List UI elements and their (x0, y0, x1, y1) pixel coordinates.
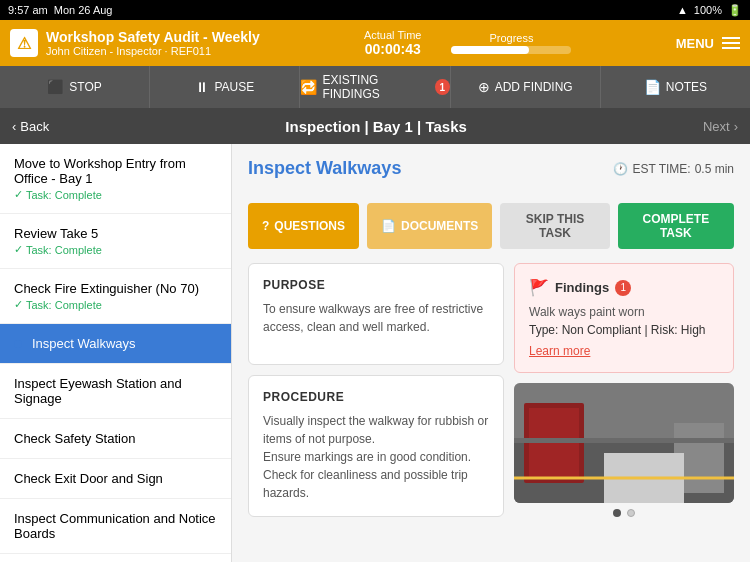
battery-display: 100% (694, 4, 722, 16)
sidebar-item-inspect-comms[interactable]: Inspect Communication and Notice Boards (0, 499, 231, 554)
actual-time-stat: Actual Time 00:00:43 (364, 29, 421, 57)
progress-label: Progress (489, 32, 533, 44)
finding-image-svg (514, 383, 734, 503)
sidebar-item-review-take5[interactable]: Review Take 5 ✓ Task: Complete (0, 214, 231, 269)
back-chevron: ‹ (12, 119, 16, 134)
nav-bar: ‹ Back Inspection | Bay 1 | Tasks Next › (0, 108, 750, 144)
status-bar: 9:57 am Mon 26 Aug ▲ 100% 🔋 (0, 0, 750, 20)
pause-icon: ⏸ (195, 79, 209, 95)
finding-description: Walk ways paint worn (529, 305, 719, 319)
task-title: Inspect Walkways (248, 158, 401, 179)
app-header: ⚠ Workshop Safety Audit - Weekly John Ci… (0, 20, 750, 66)
warning-icon: ⚠ (10, 29, 38, 57)
active-dot-icon (14, 340, 22, 348)
purpose-title: PURPOSE (263, 278, 489, 292)
findings-badge: 1 (435, 79, 450, 95)
progress-bar-fill (451, 46, 529, 54)
check-icon-0: ✓ (14, 188, 23, 201)
sidebar-item-move-workshop[interactable]: Move to Workshop Entry from Office - Bay… (0, 144, 231, 214)
actual-time-label: Actual Time (364, 29, 421, 41)
documents-button[interactable]: 📄 DOCUMENTS (367, 203, 492, 249)
sidebar: Move to Workshop Entry from Office - Bay… (0, 144, 232, 562)
notes-icon: 📄 (644, 79, 661, 95)
progress-bar-container (451, 46, 571, 54)
purpose-text: To ensure walkways are free of restricti… (263, 300, 489, 336)
sidebar-item-check-extinguisher[interactable]: Check Fire Extinguisher (No 70) ✓ Task: … (0, 269, 231, 324)
task-status-1: ✓ Task: Complete (14, 243, 217, 256)
time-display: 9:57 am (8, 4, 48, 16)
existing-findings-button[interactable]: 🔁 EXISTING FINDINGS 1 (300, 66, 450, 108)
findings-card: 🚩 Findings 1 Walk ways paint worn Type: … (514, 263, 734, 373)
add-finding-button[interactable]: ⊕ ADD FINDING (451, 66, 601, 108)
dot-1[interactable] (613, 509, 621, 517)
action-buttons: ? QUESTIONS 📄 DOCUMENTS SKIP THIS TASK C… (248, 203, 734, 249)
battery-icon: 🔋 (728, 4, 742, 17)
menu-label: MENU (676, 36, 714, 51)
findings-count-badge: 1 (615, 280, 631, 296)
user-info: John Citizen - Inspector · REF011 (46, 45, 260, 57)
notes-button[interactable]: 📄 NOTES (601, 66, 750, 108)
cards-row: PURPOSE To ensure walkways are free of r… (248, 263, 734, 517)
finding-type: Type: Non Compliant | Risk: High (529, 323, 719, 337)
skip-task-button[interactable]: SKIP THIS TASK (500, 203, 609, 249)
next-button[interactable]: Next › (703, 119, 738, 134)
app-name: Workshop Safety Audit - Weekly (46, 29, 260, 45)
content-area: Inspect Walkways 🕐 EST TIME: 0.5 min ? Q… (232, 144, 750, 562)
progress-stat: Progress (451, 32, 571, 54)
check-icon-2: ✓ (14, 298, 23, 311)
findings-flag-icon: 🚩 (529, 278, 549, 297)
sidebar-item-check-exit[interactable]: Check Exit Door and Sign (0, 459, 231, 499)
questions-icon: ? (262, 219, 269, 233)
task-status-2: ✓ Task: Complete (14, 298, 217, 311)
toolbar: ⬛ STOP ⏸ PAUSE 🔁 EXISTING FINDINGS 1 ⊕ A… (0, 66, 750, 108)
sidebar-item-inspect-walkways[interactable]: Inspect Walkways (0, 324, 231, 364)
info-cards: PURPOSE To ensure walkways are free of r… (248, 263, 504, 517)
procedure-title: PROCEDURE (263, 390, 489, 404)
menu-button[interactable]: MENU (676, 36, 740, 51)
questions-button[interactable]: ? QUESTIONS (248, 203, 359, 249)
right-panel: 🚩 Findings 1 Walk ways paint worn Type: … (514, 263, 734, 517)
stop-icon: ⬛ (47, 79, 64, 95)
add-icon: ⊕ (478, 79, 490, 95)
learn-more-link[interactable]: Learn more (529, 344, 590, 358)
findings-title: Findings (555, 280, 609, 295)
findings-icon: 🔁 (300, 79, 317, 95)
dot-2[interactable] (627, 509, 635, 517)
clock-icon: 🕐 (613, 162, 628, 176)
back-button[interactable]: ‹ Back (12, 119, 49, 134)
wifi-icon: ▲ (677, 4, 688, 16)
sidebar-item-check-safety[interactable]: Check Safety Station (0, 419, 231, 459)
task-status-0: ✓ Task: Complete (14, 188, 217, 201)
sidebar-item-inspect-eyewash[interactable]: Inspect Eyewash Station and Signage (0, 364, 231, 419)
procedure-text: Visually inspect the walkway for rubbish… (263, 412, 489, 502)
check-icon-1: ✓ (14, 243, 23, 256)
date-display: Mon 26 Aug (54, 4, 113, 16)
est-time-label: EST TIME: (632, 162, 690, 176)
page-title: Inspection | Bay 1 | Tasks (285, 118, 467, 135)
main-layout: Move to Workshop Entry from Office - Bay… (0, 144, 750, 562)
svg-rect-7 (514, 438, 734, 443)
hamburger-icon (722, 37, 740, 49)
purpose-card: PURPOSE To ensure walkways are free of r… (248, 263, 504, 365)
actual-time-value: 00:00:43 (365, 41, 421, 57)
next-chevron: › (734, 119, 738, 134)
documents-icon: 📄 (381, 219, 396, 233)
finding-image (514, 383, 734, 503)
image-indicators (514, 509, 734, 517)
sidebar-item-inspect-work[interactable]: Inspect Work Areas (0, 554, 231, 562)
procedure-card: PROCEDURE Visually inspect the walkway f… (248, 375, 504, 517)
pause-button[interactable]: ⏸ PAUSE (150, 66, 300, 108)
est-time-value: 0.5 min (695, 162, 734, 176)
complete-task-button[interactable]: COMPLETE TASK (618, 203, 734, 249)
stop-button[interactable]: ⬛ STOP (0, 66, 150, 108)
